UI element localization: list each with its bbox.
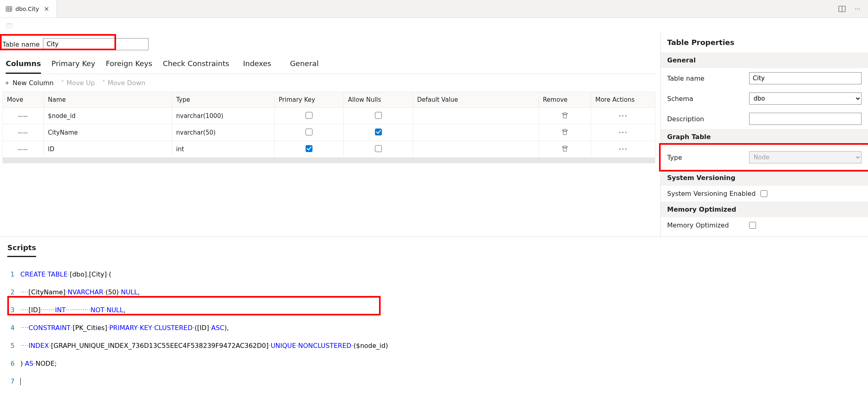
properties-title: Table Properties	[661, 32, 868, 52]
prop-table-name-label: Table name	[667, 75, 744, 82]
table-row[interactable]: ──$node_idnvarchar(1000)···	[3, 108, 655, 124]
table-name-label: Table name	[2, 41, 40, 48]
prop-mo-checkbox[interactable]	[749, 222, 756, 229]
table-row[interactable]: ──CityNamenvarchar(50)···	[3, 124, 655, 141]
tab-dbo-city[interactable]: dbo.City ×	[0, 0, 57, 17]
drag-handle-icon[interactable]: ──	[18, 129, 28, 137]
column-name-cell[interactable]: $node_id	[44, 108, 172, 124]
plus-icon: ＋	[4, 79, 10, 87]
more-actions-icon[interactable]: ···	[618, 128, 627, 137]
trash-icon[interactable]	[561, 146, 569, 154]
grid-scrollbar[interactable]	[2, 158, 655, 163]
column-type-cell[interactable]: nvarchar(50)	[172, 124, 275, 141]
prop-description-input[interactable]	[749, 113, 862, 125]
cursor	[20, 378, 21, 385]
designer-tabs: Columns Primary Key Foreign Keys Check C…	[2, 55, 655, 74]
default-value-cell[interactable]	[413, 141, 539, 158]
tab-indexes[interactable]: Indexes	[243, 55, 271, 74]
column-type-cell[interactable]: nvarchar(1000)	[172, 108, 275, 124]
table-icon	[6, 6, 12, 12]
tab-check-constraints[interactable]: Check Constraints	[163, 55, 229, 74]
new-column-label: New Column	[13, 79, 54, 87]
grid-header-row: Move Name Type Primary Key Allow Nulls D…	[3, 92, 655, 108]
more-actions-icon[interactable]: ···	[853, 4, 862, 14]
columns-actions: ＋ New Column ˄ Move Up ˅ Move Down	[2, 74, 655, 92]
column-type-cell[interactable]: int	[172, 141, 275, 158]
tab-scripts[interactable]: Scripts	[7, 243, 36, 257]
move-up-button: ˄ Move Up	[61, 79, 95, 87]
move-up-label: Move Up	[67, 79, 95, 87]
split-editor-icon[interactable]	[837, 4, 847, 14]
drag-handle-icon[interactable]: ──	[18, 145, 28, 154]
allow-nulls-checkbox[interactable]	[375, 112, 382, 119]
trash-icon[interactable]	[561, 113, 569, 120]
prop-graph-type-label: Type	[667, 154, 744, 161]
chevron-up-icon: ˄	[61, 79, 64, 87]
prop-schema: Schema dbo	[661, 88, 868, 109]
table-row[interactable]: ──IDint···	[3, 141, 655, 158]
more-actions-icon[interactable]: ···	[618, 111, 627, 121]
grid-header-default: Default Value	[413, 92, 539, 108]
prop-memory-optimized: Memory Optimized	[661, 217, 868, 233]
grid-header-type: Type	[172, 92, 275, 108]
prop-system-versioning: System Versioning Enabled	[661, 186, 868, 202]
allow-nulls-checkbox[interactable]	[375, 129, 382, 135]
section-graph: Graph Table	[661, 129, 868, 145]
prop-table-name: Table name	[661, 68, 868, 88]
column-name-cell[interactable]: ID	[44, 141, 172, 158]
prop-table-name-input[interactable]	[749, 72, 862, 84]
prop-sv-checkbox[interactable]	[760, 190, 767, 197]
new-column-button[interactable]: ＋ New Column	[4, 79, 54, 87]
prop-sv-label: System Versioning Enabled	[667, 190, 756, 197]
default-value-cell[interactable]	[413, 124, 539, 141]
prop-graph-type-select: Node	[749, 151, 862, 163]
primary-key-checkbox[interactable]	[306, 129, 312, 135]
default-value-cell[interactable]	[413, 108, 539, 124]
close-icon[interactable]: ×	[42, 4, 51, 13]
move-down-label: Move Down	[108, 79, 145, 87]
columns-grid: Move Name Type Primary Key Allow Nulls D…	[2, 92, 655, 158]
column-name-cell[interactable]: CityName	[44, 124, 172, 141]
svg-rect-0	[6, 6, 12, 11]
script-editor[interactable]: 1CREATE·TABLE·[dbo].[City]·( 2····[CityN…	[0, 259, 868, 416]
table-properties-panel: Table Properties General Table name Sche…	[660, 32, 868, 236]
tab-title: dbo.City	[15, 6, 39, 12]
designer-toolbar	[0, 18, 868, 32]
section-general: General	[661, 52, 868, 68]
chevron-down-icon: ˅	[102, 79, 106, 87]
section-memory-optimized: Memory Optimized	[661, 202, 868, 217]
prop-graph-type: Type Node	[661, 145, 868, 170]
prop-schema-select[interactable]: dbo	[749, 92, 862, 105]
grid-header-more: More Actions	[591, 92, 655, 108]
move-down-button: ˅ Move Down	[102, 79, 146, 87]
tab-primary-key[interactable]: Primary Key	[52, 55, 95, 74]
tab-columns[interactable]: Columns	[6, 55, 41, 74]
allow-nulls-checkbox[interactable]	[375, 145, 382, 152]
grid-header-name: Name	[44, 92, 172, 108]
tab-general[interactable]: General	[290, 55, 319, 74]
grid-header-remove: Remove	[538, 92, 591, 108]
tab-foreign-keys[interactable]: Foreign Keys	[106, 55, 152, 74]
primary-key-checkbox[interactable]	[306, 112, 312, 119]
more-actions-icon[interactable]: ···	[618, 144, 627, 154]
primary-key-checkbox[interactable]	[306, 145, 312, 152]
table-name-input[interactable]	[43, 38, 149, 50]
scripts-panel: Scripts 1CREATE·TABLE·[dbo].[City]·( 2··…	[0, 236, 868, 416]
prop-description-label: Description	[667, 115, 744, 123]
publish-icon[interactable]	[6, 21, 13, 29]
grid-header-allow-nulls: Allow Nulls	[344, 92, 413, 108]
section-system-versioning: System Versioning	[661, 170, 868, 186]
tab-bar: dbo.City × ···	[0, 0, 868, 18]
grid-header-move: Move	[3, 92, 44, 108]
prop-schema-label: Schema	[667, 95, 744, 103]
drag-handle-icon[interactable]: ──	[18, 112, 28, 120]
trash-icon[interactable]	[561, 130, 569, 137]
table-name-row: Table name	[2, 35, 153, 55]
prop-description: Description	[661, 109, 868, 129]
prop-mo-label: Memory Optimized	[667, 221, 744, 229]
grid-header-pk: Primary Key	[274, 92, 344, 108]
